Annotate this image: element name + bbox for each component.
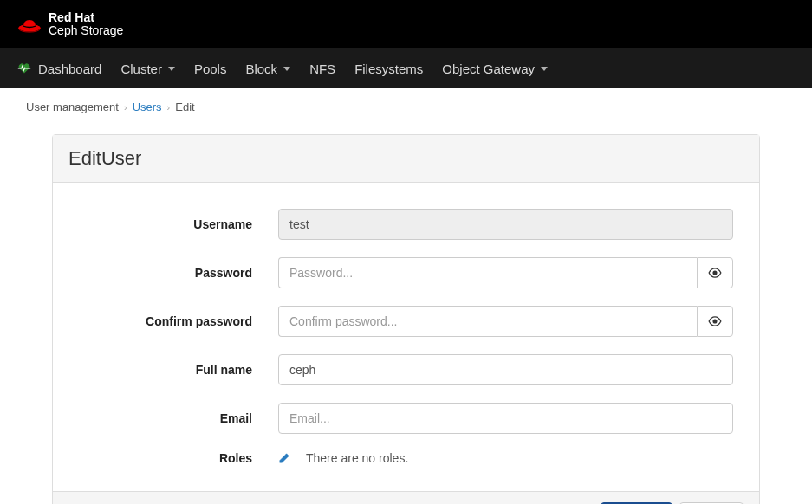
panel-footer: EditUser Cancel bbox=[53, 491, 759, 504]
fullname-label: Full name bbox=[79, 363, 278, 377]
username-label: Username bbox=[79, 217, 278, 231]
eye-icon bbox=[707, 316, 723, 326]
nav-dashboard[interactable]: Dashboard bbox=[17, 61, 101, 76]
nav-label: Object Gateway bbox=[442, 61, 535, 76]
form-row-password: Password bbox=[53, 249, 759, 297]
email-label: Email bbox=[79, 411, 278, 425]
brand-name: Red Hat bbox=[49, 11, 123, 24]
fullname-input[interactable] bbox=[278, 354, 733, 385]
breadcrumb-separator-icon: › bbox=[124, 102, 127, 113]
nav-label: Dashboard bbox=[38, 61, 101, 76]
nav-label: Filesystems bbox=[354, 61, 423, 76]
breadcrumb-separator-icon: › bbox=[167, 102, 171, 113]
nav-label: Block bbox=[245, 61, 277, 76]
chevron-down-icon bbox=[283, 67, 290, 71]
logo-text: Red Hat Ceph Storage bbox=[49, 11, 123, 38]
form-row-email: Email bbox=[53, 394, 759, 443]
nav-filesystems[interactable]: Filesystems bbox=[354, 61, 423, 76]
nav-object-gateway[interactable]: Object Gateway bbox=[442, 61, 548, 76]
edit-user-panel: EditUser Username Password bbox=[52, 134, 760, 504]
roles-label: Roles bbox=[79, 451, 278, 465]
chevron-down-icon bbox=[168, 67, 175, 71]
chevron-down-icon bbox=[541, 67, 548, 71]
svg-point-3 bbox=[712, 319, 717, 323]
password-label: Password bbox=[79, 266, 278, 280]
confirm-password-input[interactable] bbox=[278, 306, 697, 337]
breadcrumb: User management › Users › Edit bbox=[0, 88, 812, 126]
product-name: Ceph Storage bbox=[49, 24, 123, 37]
logo[interactable]: Red Hat Ceph Storage bbox=[17, 11, 123, 38]
heartbeat-icon bbox=[17, 62, 31, 74]
nav-pools[interactable]: Pools bbox=[194, 61, 227, 76]
nav-label: Pools bbox=[194, 61, 227, 76]
nav-nfs[interactable]: NFS bbox=[309, 61, 335, 76]
toggle-confirm-password-button[interactable] bbox=[697, 306, 733, 337]
form-row-confirm-password: Confirm password bbox=[53, 297, 759, 346]
svg-point-2 bbox=[712, 270, 717, 275]
breadcrumb-item-current: Edit bbox=[175, 100, 194, 113]
nav-label: NFS bbox=[309, 61, 335, 76]
roles-empty-text: There are no roles. bbox=[306, 451, 408, 465]
pencil-icon[interactable] bbox=[278, 452, 290, 464]
nav-label: Cluster bbox=[120, 61, 162, 76]
panel-title: EditUser bbox=[53, 135, 759, 183]
form-row-username: Username bbox=[53, 200, 759, 249]
confirm-password-label: Confirm password bbox=[79, 314, 278, 328]
nav-cluster[interactable]: Cluster bbox=[120, 61, 175, 76]
form-row-roles: Roles There are no roles. bbox=[53, 443, 759, 474]
main-nav: Dashboard Cluster Pools Block NFS Filesy… bbox=[0, 48, 812, 88]
form-row-fullname: Full name bbox=[53, 346, 759, 394]
breadcrumb-item[interactable]: User management bbox=[26, 100, 119, 113]
password-input[interactable] bbox=[278, 257, 697, 288]
top-bar: Red Hat Ceph Storage bbox=[0, 0, 812, 48]
panel-body: Username Password Conf bbox=[53, 183, 759, 491]
email-input[interactable] bbox=[278, 403, 733, 434]
toggle-password-button[interactable] bbox=[697, 257, 733, 288]
username-input bbox=[278, 209, 733, 240]
fedora-hat-icon bbox=[17, 15, 42, 34]
breadcrumb-item-users[interactable]: Users bbox=[133, 100, 162, 113]
eye-icon bbox=[707, 268, 723, 278]
nav-block[interactable]: Block bbox=[245, 61, 290, 76]
